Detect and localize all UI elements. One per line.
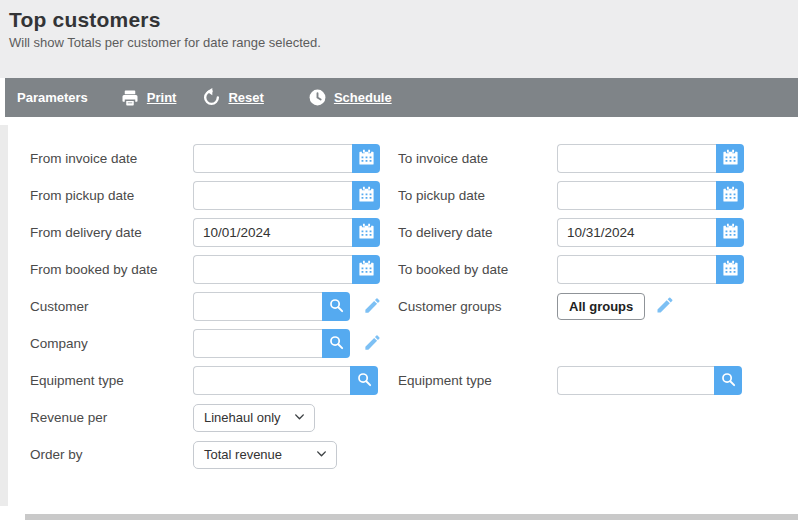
to-delivery-date-calendar-button[interactable] [716, 218, 744, 247]
to-pickup-date-label: To pickup date [398, 181, 557, 210]
all-groups-button[interactable]: All groups [557, 293, 645, 320]
order-by-select[interactable]: Total revenue [193, 441, 337, 469]
from-pickup-date-calendar-button[interactable] [352, 181, 380, 210]
to-invoice-date-field [557, 144, 744, 173]
from-pickup-date-input[interactable] [193, 181, 352, 210]
from-delivery-date-calendar-button[interactable] [352, 218, 380, 247]
equipment-type-right-search-button[interactable] [714, 366, 742, 395]
calendar-icon [358, 149, 375, 169]
order-by-value: Total revenue [204, 447, 282, 462]
parameters-toolbar: Parameters Print Reset Schedule [5, 78, 798, 117]
to-invoice-date-input[interactable] [557, 144, 716, 173]
to-delivery-date-field [557, 218, 744, 247]
from-booked-by-date-label: From booked by date [30, 255, 193, 284]
from-delivery-date-field [193, 218, 380, 247]
chevron-down-icon [293, 410, 306, 426]
to-booked-by-date-input[interactable] [557, 255, 716, 284]
equipment-type-left-input[interactable] [193, 366, 350, 395]
to-delivery-date-label: To delivery date [398, 218, 557, 247]
customer-label: Customer [30, 292, 193, 321]
equipment-type-right-field [557, 366, 742, 395]
search-icon [328, 334, 345, 354]
clock-icon [308, 88, 327, 107]
page-header: Top customers Will show Totals per custo… [0, 0, 798, 78]
customer-search-button[interactable] [322, 292, 350, 321]
revenue-per-select[interactable]: Linehaul only [193, 404, 315, 432]
calendar-icon [358, 223, 375, 243]
company-input[interactable] [193, 329, 322, 358]
to-booked-by-date-label: To booked by date [398, 255, 557, 284]
customer-edit-button[interactable] [363, 296, 382, 318]
calendar-icon [722, 149, 739, 169]
equipment-type-left-search-button[interactable] [350, 366, 378, 395]
chevron-down-icon [315, 447, 328, 463]
from-invoice-date-field [193, 144, 380, 173]
calendar-icon [722, 223, 739, 243]
from-booked-by-date-input[interactable] [193, 255, 352, 284]
print-button[interactable]: Print [120, 89, 177, 107]
calendar-icon [722, 186, 739, 206]
calendar-icon [358, 186, 375, 206]
from-invoice-date-input[interactable] [193, 144, 352, 173]
schedule-label: Schedule [334, 90, 392, 105]
calendar-icon [358, 260, 375, 280]
reset-button[interactable]: Reset [202, 88, 263, 107]
equipment-type-left-label: Equipment type [30, 366, 193, 395]
from-booked-by-date-field [193, 255, 380, 284]
customer-groups-label: Customer groups [398, 292, 557, 321]
to-invoice-date-calendar-button[interactable] [716, 144, 744, 173]
from-pickup-date-label: From pickup date [30, 181, 193, 210]
undo-icon [202, 88, 221, 107]
from-delivery-date-label: From delivery date [30, 218, 193, 247]
schedule-button[interactable]: Schedule [308, 88, 392, 107]
revenue-per-value: Linehaul only [204, 410, 281, 425]
left-gutter [0, 125, 8, 506]
equipment-type-right-input[interactable] [557, 366, 714, 395]
search-icon [720, 371, 737, 391]
to-booked-by-date-field [557, 255, 744, 284]
to-delivery-date-input[interactable] [557, 218, 716, 247]
printer-icon [120, 89, 140, 107]
parameters-form: From invoice date To invoice date From p… [0, 117, 798, 469]
pencil-icon [363, 296, 382, 318]
page-title: Top customers [9, 8, 788, 32]
page-subtitle: Will show Totals per customer for date r… [9, 35, 788, 50]
customer-field [193, 292, 350, 321]
revenue-per-label: Revenue per [30, 403, 193, 432]
search-icon [328, 297, 345, 317]
to-pickup-date-field [557, 181, 744, 210]
pencil-icon [655, 295, 675, 318]
company-field [193, 329, 350, 358]
to-invoice-date-label: To invoice date [398, 144, 557, 173]
calendar-icon [722, 260, 739, 280]
order-by-label: Order by [30, 440, 193, 469]
parameters-label: Parameters [17, 90, 88, 105]
to-pickup-date-calendar-button[interactable] [716, 181, 744, 210]
from-invoice-date-label: From invoice date [30, 144, 193, 173]
from-invoice-date-calendar-button[interactable] [352, 144, 380, 173]
print-label: Print [147, 90, 177, 105]
search-icon [356, 371, 373, 391]
horizontal-scrollbar[interactable] [25, 514, 798, 520]
customer-groups-edit-button[interactable] [655, 295, 675, 318]
equipment-type-right-label: Equipment type [398, 366, 557, 395]
from-delivery-date-input[interactable] [193, 218, 352, 247]
reset-label: Reset [228, 90, 263, 105]
company-search-button[interactable] [322, 329, 350, 358]
to-pickup-date-input[interactable] [557, 181, 716, 210]
company-label: Company [30, 329, 193, 358]
equipment-type-left-field [193, 366, 378, 395]
from-pickup-date-field [193, 181, 380, 210]
company-edit-button[interactable] [363, 333, 382, 355]
from-booked-by-date-calendar-button[interactable] [352, 255, 380, 284]
customer-input[interactable] [193, 292, 322, 321]
to-booked-by-date-calendar-button[interactable] [716, 255, 744, 284]
pencil-icon [363, 333, 382, 355]
